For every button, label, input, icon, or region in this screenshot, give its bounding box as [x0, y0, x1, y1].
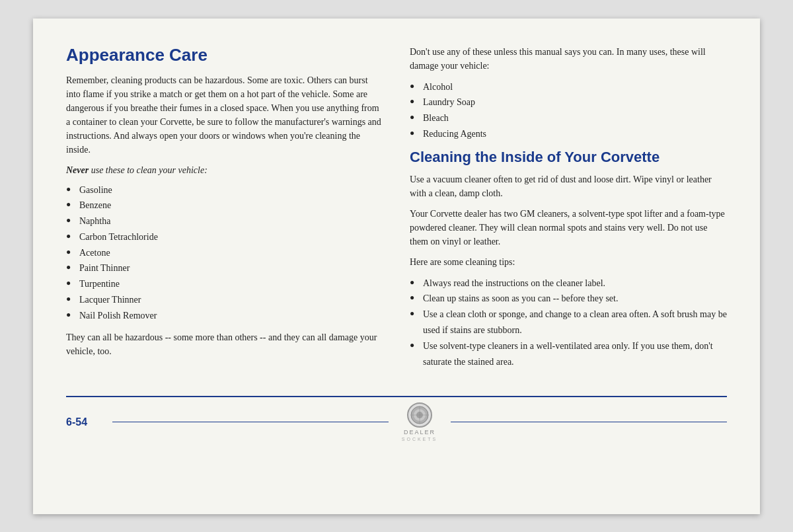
page: Appearance Care Remember, cleaning produ… — [33, 19, 760, 514]
never-label-post: use these to clean your vehicle: — [89, 165, 208, 175]
never-label: Never use these to clean your vehicle: — [66, 163, 383, 177]
cleaning-tips-list: Always read the instructions on the clea… — [410, 276, 727, 370]
never-use-list: Gasoline Benzene Naphtha Carbon Tetrachl… — [66, 182, 383, 324]
list-item: Bleach — [410, 110, 727, 126]
list-item: Reducing Agents — [410, 126, 727, 142]
list-item: Always read the instructions on the clea… — [410, 276, 727, 291]
section2-title: Cleaning the Inside of Your Corvette — [410, 149, 727, 166]
page-number: 6-54 — [66, 416, 99, 428]
content-area: Appearance Care Remember, cleaning produ… — [66, 45, 727, 377]
list-item: Laundry Soap — [410, 95, 727, 110]
list-item: Alcohol — [410, 79, 727, 95]
vacuum-text: Use a vacuum cleaner often to get rid of… — [410, 172, 727, 200]
never-word: Never — [66, 165, 89, 175]
list-item: Nail Polish Remover — [66, 308, 383, 324]
dont-use-intro: Don't use any of these unless this manua… — [410, 45, 727, 73]
footer-hazard-text: They can all be hazardous -- some more t… — [66, 330, 383, 358]
dealer-emblem-icon — [410, 405, 430, 425]
tips-intro: Here are some cleaning tips: — [410, 255, 727, 269]
dealer-logo: DEALER SOCKETS — [402, 402, 437, 441]
dealer-name: DEALER — [404, 429, 435, 436]
main-title: Appearance Care — [66, 45, 383, 65]
list-item: Turpentine — [66, 276, 383, 292]
list-item: Acetone — [66, 245, 383, 261]
page-footer: 6-54 DEALER SOCKETS — [66, 396, 727, 441]
footer-divider-right — [451, 422, 727, 422]
list-item: Use solvent-type cleaners in a well-vent… — [410, 338, 727, 370]
list-item: Use a clean cloth or sponge, and change … — [410, 307, 727, 338]
dealer-text: Your Corvette dealer has two GM cleaners… — [410, 207, 727, 248]
intro-paragraph: Remember, cleaning products can be hazar… — [66, 73, 383, 157]
list-item: Gasoline — [66, 182, 383, 198]
dont-use-list: Alcohol Laundry Soap Bleach Reducing Age… — [410, 79, 727, 142]
list-item: Lacquer Thinner — [66, 292, 383, 308]
list-item: Benzene — [66, 198, 383, 213]
list-item: Naphtha — [66, 213, 383, 229]
dealer-sub: SOCKETS — [402, 437, 437, 441]
right-column: Don't use any of these unless this manua… — [410, 45, 727, 377]
dealer-circle-icon — [407, 402, 432, 428]
list-item: Clean up stains as soon as you can -- be… — [410, 291, 727, 307]
left-column: Appearance Care Remember, cleaning produ… — [66, 45, 383, 377]
list-item: Carbon Tetrachloride — [66, 229, 383, 245]
footer-divider — [112, 422, 389, 422]
list-item: Paint Thinner — [66, 260, 383, 276]
